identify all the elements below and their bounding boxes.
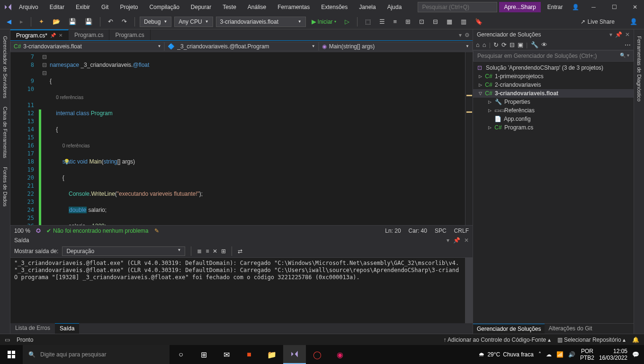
menu-ferramentas[interactable]: Ferramentas <box>273 2 314 12</box>
editor-tab-active[interactable]: Program.cs* 📌 ✕ <box>10 29 69 40</box>
menu-extensoes[interactable]: Extensões <box>316 2 352 12</box>
opera-icon[interactable]: ◯ <box>306 345 329 364</box>
toolbar-icon-3[interactable]: ≡ <box>391 17 400 27</box>
toolbar-icon-6[interactable]: ⊟ <box>430 17 441 27</box>
close-button[interactable]: ✕ <box>626 0 644 14</box>
sign-in-button[interactable]: Entrar <box>543 2 568 12</box>
output-scrollbar[interactable] <box>465 258 473 323</box>
code-content[interactable]: namespace _3_criandovariaveis.@float { 0… <box>48 52 465 225</box>
quick-search-input[interactable] <box>418 2 497 12</box>
pin-icon[interactable]: 📌 <box>50 33 56 38</box>
project-node-active[interactable]: ▽ C# 3-criandovariaveis.float <box>473 89 634 98</box>
right-tab-diagnostics[interactable]: Ferramentas de Diagnóstico <box>635 32 643 105</box>
menu-teste[interactable]: Teste <box>218 2 241 12</box>
toolbar-icon-4[interactable]: ⊞ <box>402 17 413 27</box>
tray-wifi-icon[interactable]: 📶 <box>556 351 564 358</box>
maximize-button[interactable]: ☐ <box>605 0 624 14</box>
redo-button[interactable]: ↷ <box>119 17 130 27</box>
menu-compilacao[interactable]: Compilação <box>144 2 184 12</box>
save-all-button[interactable]: 💾 <box>82 17 95 27</box>
tray-cloud-icon[interactable]: ☁ <box>546 351 552 358</box>
sol-refresh-icon[interactable]: ↻ <box>493 41 499 48</box>
git-changes-tab[interactable]: Alterações do Git <box>545 324 596 334</box>
panel-close-icon[interactable]: ✕ <box>464 237 469 244</box>
editor-tab[interactable]: Program.cs <box>69 29 109 40</box>
output-text[interactable]: "_3_criandovariaveis.@float.exe" (CLR v4… <box>10 258 465 323</box>
project-node[interactable]: ▷ C# 2-criandovariaveis <box>473 81 634 89</box>
solution-root-node[interactable]: ⊡ Solução 'AprendendoCSharp' (3 de 3 pro… <box>473 64 634 72</box>
add-source-control[interactable]: ↑ Adicionar ao Controle do Código-Fonte … <box>443 337 550 343</box>
fold-gutter[interactable]: ⊟⊟⊟ <box>41 52 48 225</box>
platform-dropdown[interactable]: Any CPU▼ <box>174 17 213 27</box>
tab-overflow-icon[interactable]: ▾ <box>459 32 462 38</box>
panel-dropdown-icon[interactable]: ▾ <box>447 237 449 244</box>
nav-class-dropdown[interactable]: 🔷 _3_criandovariaveis.@float.Program▼ <box>164 42 318 51</box>
menu-exibir[interactable]: Exibir <box>71 2 95 12</box>
account-icon[interactable]: 👤 <box>627 17 640 27</box>
tray-clock[interactable]: 12:0516/03/2022 <box>599 348 627 362</box>
toolbar-icon-2[interactable]: ☰ <box>376 17 388 27</box>
menu-analise[interactable]: Análise <box>243 2 271 12</box>
sol-sync-icon[interactable]: ⟳ <box>501 41 507 48</box>
undo-button[interactable]: ↶ <box>105 17 116 27</box>
tray-language[interactable]: PORPTB2 <box>580 348 594 362</box>
sol-showall-icon[interactable]: ▣ <box>518 41 523 48</box>
left-tab-toolbox[interactable]: Caixa de Ferramentas <box>1 103 9 162</box>
open-button[interactable]: 📂 <box>50 17 63 27</box>
toolbar-icon-8[interactable]: ▥ <box>458 17 469 27</box>
editor-tab[interactable]: Program.cs <box>109 29 150 40</box>
start-button[interactable] <box>0 345 23 364</box>
properties-node[interactable]: ▷ 🔧 Properties <box>473 98 634 106</box>
expand-caret-icon[interactable]: ▷ <box>478 74 483 79</box>
menu-janela[interactable]: Janela <box>354 2 380 12</box>
solution-search-input[interactable]: Pesquisar em Gerenciador de Soluções (Ct… <box>473 50 634 62</box>
startup-dropdown[interactable]: 3-criandovariaveis.float▼ <box>216 17 306 27</box>
nav-back-button[interactable]: ◀ <box>4 17 14 27</box>
bottom-tab-error-list[interactable]: Lista de Erros <box>10 323 55 334</box>
toolbar-icon-7[interactable]: ▦ <box>444 17 455 27</box>
expand-caret-icon[interactable]: ▷ <box>487 125 492 130</box>
code-editor[interactable]: 7891011121314151617181920212223242526 ⊟⊟… <box>10 52 473 225</box>
output-icon-4[interactable]: ⊞ <box>221 248 226 255</box>
overview-scrollbar[interactable] <box>465 52 473 225</box>
file-explorer-icon[interactable]: 📁 <box>260 345 283 364</box>
menu-depurar[interactable]: Depurar <box>186 2 216 12</box>
visual-studio-icon[interactable] <box>283 345 306 364</box>
zoom-level[interactable]: 100 % <box>14 228 30 234</box>
app-icon[interactable]: ◉ <box>329 345 351 364</box>
menu-ajuda[interactable]: Ajuda <box>383 2 407 12</box>
panel-pin-icon[interactable]: 📌 <box>615 31 622 38</box>
solution-tree[interactable]: ⊡ Solução 'AprendendoCSharp' (3 de 3 pro… <box>473 62 634 323</box>
bottom-tab-output[interactable]: Saída <box>55 323 79 334</box>
config-dropdown[interactable]: Debug▼ <box>140 17 171 27</box>
sol-properties-icon[interactable]: 🔧 <box>531 41 538 48</box>
cleanup-icon[interactable]: ✎ <box>154 228 159 234</box>
toolbar-icon-1[interactable]: ⬚ <box>362 17 374 27</box>
nav-method-dropdown[interactable]: ◉ Main(string[] args)▼ <box>319 42 473 51</box>
notification-bell-icon[interactable]: 🔔 <box>632 337 639 343</box>
weather-widget[interactable]: 🌧 29°C Chuva fraca <box>479 351 534 358</box>
minimize-button[interactable]: ─ <box>584 0 603 14</box>
nav-fwd-button[interactable]: ▸ <box>17 17 26 27</box>
indent-indicator[interactable]: SPC <box>435 228 447 234</box>
cortana-icon[interactable]: ○ <box>170 345 192 364</box>
save-button[interactable]: 💾 <box>66 17 79 27</box>
sol-home-icon[interactable]: ⌂ <box>476 41 480 48</box>
mail-icon[interactable]: ✉ <box>215 345 238 364</box>
solution-tab[interactable]: Gerenciador de Soluções <box>473 324 545 334</box>
taskbar-search[interactable]: 🔍 Digite aqui para pesquisar <box>23 345 170 364</box>
nav-project-dropdown[interactable]: C# 3-criandovariaveis.float▼ <box>10 42 164 51</box>
task-view-icon[interactable]: ⊞ <box>192 345 215 364</box>
sol-overflow-icon[interactable]: ⋯ <box>625 41 631 48</box>
output-source-dropdown[interactable]: Depuração▼ <box>62 246 185 256</box>
expand-caret-icon[interactable]: ▷ <box>478 82 483 87</box>
tray-volume-icon[interactable]: 🔊 <box>568 351 575 358</box>
live-share-button[interactable]: ↗ Live Share <box>581 18 615 25</box>
start-debug-button[interactable]: ▶ Iniciar ▾ <box>309 17 339 27</box>
office-icon[interactable]: ■ <box>238 345 260 364</box>
toolbar-icon-9[interactable]: 🔖 <box>472 17 485 27</box>
eol-indicator[interactable]: CRLF <box>454 228 469 234</box>
output-icon-3[interactable]: ✕ <box>213 248 217 255</box>
tray-notifications-icon[interactable]: 💬 <box>632 351 639 358</box>
start-nodebug-button[interactable]: ▷ <box>342 17 352 27</box>
